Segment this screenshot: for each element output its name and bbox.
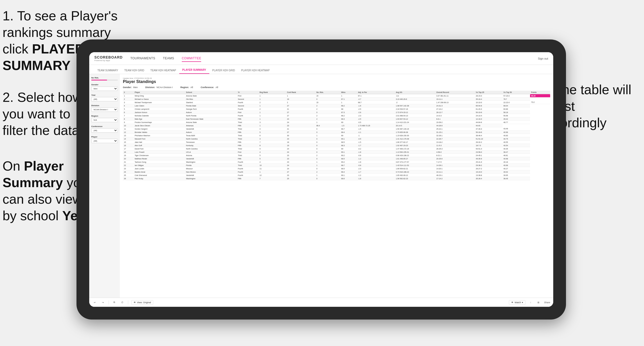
col-top50: Vs Top 50 bbox=[503, 91, 530, 94]
region-label: Region bbox=[91, 115, 118, 117]
toolbar-sep1 bbox=[109, 300, 109, 305]
table-row: 6Jackson KoivunAuburnFirst127067.3-2.62.… bbox=[123, 111, 550, 114]
main-content: Update time: 27/03/2024 16:56:26 Player … bbox=[120, 74, 553, 298]
col-school: School bbox=[185, 91, 237, 94]
chevron-down-icon: ▾ bbox=[522, 301, 523, 304]
table-row: 7Nicholas GabrieleNorth FloridaFourth127… bbox=[123, 114, 550, 117]
col-no-rds: No. Rds. bbox=[315, 91, 340, 94]
conference-label: Conference bbox=[91, 125, 118, 128]
step2-number: 2. bbox=[3, 90, 17, 105]
sub-nav-team-h2h-grid[interactable]: TEAM H2H GRID bbox=[121, 67, 147, 74]
filter-region: Region: All bbox=[181, 86, 193, 89]
col-adj: Adj. to Par bbox=[357, 91, 395, 94]
redo-btn[interactable]: ↪ bbox=[100, 300, 106, 305]
view-original-btn[interactable]: 👁 View: Original bbox=[131, 300, 153, 305]
conference-select[interactable]: (All) bbox=[91, 128, 118, 133]
sub-nav-player-h2h-grid[interactable]: PLAYER H2H GRID bbox=[209, 67, 238, 74]
year-select[interactable]: (All) bbox=[91, 97, 118, 101]
gender-label: Gender bbox=[91, 84, 118, 86]
sub-nav: TEAM SUMMARY TEAM H2H GRID TEAM H2H HEAT… bbox=[89, 65, 553, 74]
table-row: 2Michael Le SassoOle MissSecond118067.1-… bbox=[123, 98, 550, 101]
sidebar: No Rds. Gender Men Year (All) bbox=[89, 74, 120, 298]
table-row: 5Christo LamprechtGeorgia TechFourth2212… bbox=[123, 107, 550, 111]
main-nav: TOURNAMENTS TEAMS COMMITTEE bbox=[130, 55, 538, 62]
table-row: 1Wenyi DingArizona StateFirst1115167.1-3… bbox=[123, 94, 550, 98]
col-rank: # bbox=[123, 91, 134, 94]
player-section: Player (All) bbox=[91, 136, 118, 143]
table-row: 18Luke PowellUCLAFirst424069.1-1.81.13 5… bbox=[123, 150, 550, 154]
logo-area: SCOREBOARD Powered by dippl bbox=[94, 55, 123, 62]
col-overall: Overall Record bbox=[435, 91, 475, 94]
standings-table: # Player School Yr Reg Rank Conf Rank No… bbox=[123, 91, 550, 180]
table-row: 20Matthew RiedelVanderbiltFifth523068.5-… bbox=[123, 157, 550, 160]
table-row: 11Gordon SargentVanderbiltThird421068.7-… bbox=[123, 127, 550, 131]
sub-nav-team-h2h-heatmap[interactable]: TEAM H2H HEATMAP bbox=[147, 67, 179, 74]
view-icon: 👁 bbox=[134, 301, 136, 304]
nav-teams[interactable]: TEAMS bbox=[163, 55, 174, 62]
filter-gender: Gender: Men bbox=[123, 86, 138, 89]
table-row: 22Ian GilliganFloridaThird1024168.7-0.81… bbox=[123, 164, 550, 167]
content-area: No Rds. Gender Men Year (All) bbox=[89, 74, 553, 298]
player-select[interactable]: (All) bbox=[91, 139, 118, 143]
col-points: Points bbox=[530, 91, 550, 94]
table-row: 8Mats EgeEast Tennessee StateFifth124268… bbox=[123, 117, 550, 121]
table-row: 4Luke ClatonFlorida StateSecond127268.2-… bbox=[123, 104, 550, 107]
filter-conference: Conference: All bbox=[201, 86, 218, 89]
toolbar-sep2 bbox=[128, 300, 128, 305]
table-row: 10Jacob Skov-OlesenArkansasFifth12366.4-… bbox=[123, 124, 550, 127]
app-header: SCOREBOARD Powered by dippl TOURNAMENTS … bbox=[89, 52, 553, 65]
nav-tournaments[interactable]: TOURNAMENTS bbox=[130, 55, 155, 62]
watch-icon: 👁 bbox=[511, 301, 513, 304]
table-row: 24Bastien AmatNew MexicoFourth127268.4-1… bbox=[123, 170, 550, 174]
col-yr: Yr bbox=[237, 91, 259, 94]
table-row: 9Preston SummerhaysArizona StateThird324… bbox=[123, 121, 550, 124]
gender-select[interactable]: Men bbox=[91, 87, 118, 91]
logo-text: SCOREBOARD bbox=[94, 55, 123, 59]
table-row: 15Jake HallTennesseeFifth718068.5-1.51.6… bbox=[123, 141, 550, 144]
conference-section: Conference (All) bbox=[91, 125, 118, 133]
gender-section: Gender Men bbox=[91, 84, 118, 91]
table-row: 3Michael ThorbjornsenStanfordFourth22151… bbox=[123, 101, 550, 104]
division-label: Division bbox=[91, 104, 118, 107]
table-row: 13Phichaksn MaichonTexas A&MThird630169-… bbox=[123, 134, 550, 137]
col-wins: Wins bbox=[340, 91, 357, 94]
header-sign-out[interactable]: Sign out bbox=[538, 57, 548, 60]
table-row: 21Taehoon SongWashingtonFourth423169.2-1… bbox=[123, 160, 550, 164]
tablet-screen: SCOREBOARD Powered by dippl TOURNAMENTS … bbox=[89, 52, 553, 307]
col-avg-sg: Avg SG bbox=[395, 91, 435, 94]
update-time: Update time: 27/03/2024 16:56:26 bbox=[123, 77, 156, 79]
region-select[interactable]: N/A bbox=[91, 118, 118, 122]
sub-nav-team-summary[interactable]: TEAM SUMMARY bbox=[94, 67, 121, 74]
table-row: 14Maxwell FordNorth CarolinaThird323069.… bbox=[123, 137, 550, 141]
watch-btn[interactable]: 👁 Watch ▾ bbox=[509, 300, 525, 305]
timer-btn[interactable]: ⏱ bbox=[120, 300, 125, 305]
no-rds-label: No Rds. bbox=[91, 77, 118, 79]
table-row: 23Jack LundinMissouriFourth1124068.5-2.3… bbox=[123, 167, 550, 170]
table-row: 16Alex GoffKentuckyFifth819068.3-1.71.92… bbox=[123, 144, 550, 147]
copy-btn[interactable]: ⧉ bbox=[112, 300, 117, 305]
undo-btn[interactable]: ↩ bbox=[92, 300, 97, 305]
page-header: Update time: 27/03/2024 16:56:26 Player … bbox=[123, 77, 550, 84]
sub-nav-player-h2h-heatmap[interactable]: PLAYER H2H HEATMAP bbox=[238, 67, 273, 74]
sub-nav-player-summary[interactable]: PLAYER SUMMARY bbox=[179, 66, 209, 74]
tablet-device: SCOREBOARD Powered by dippl TOURNAMENTS … bbox=[76, 39, 566, 320]
player-label: Player bbox=[91, 136, 118, 138]
nav-committee[interactable]: COMMITTEE bbox=[182, 55, 201, 62]
table-row: 19Tiger ChristensenArizonaThird523269.2-… bbox=[123, 154, 550, 157]
table-row: 12Brendan ValdesAuburnFifth527068.4-1.11… bbox=[123, 131, 550, 134]
region-section: Region N/A bbox=[91, 115, 118, 122]
filters-row: Gender: Men Division: NCAA Division I Re… bbox=[123, 86, 550, 89]
year-section: Year (All) bbox=[91, 94, 118, 101]
export-btn[interactable]: ↑ bbox=[529, 300, 533, 305]
no-rds-slider[interactable] bbox=[91, 80, 118, 80]
no-rds-section: No Rds. bbox=[91, 77, 118, 80]
grid-btn[interactable]: ⊞ bbox=[536, 300, 541, 305]
logo-sub: Powered by dippl bbox=[94, 59, 123, 62]
table-row: 25Cole SherwoodVanderbiltFourth1223169.1… bbox=[123, 174, 550, 177]
col-top25: Vs Top 25 bbox=[475, 91, 502, 94]
bottom-toolbar: ↩ ↪ ⧉ ⏱ 👁 View: Original 👁 Watch ▾ ↑ ⊞ S… bbox=[89, 298, 553, 307]
page-title: Player Standings bbox=[123, 79, 156, 84]
share-btn[interactable]: Share bbox=[544, 301, 550, 304]
filter-division: Division: NCAA Division I bbox=[145, 86, 173, 89]
division-select[interactable]: NCAA Division I bbox=[91, 107, 118, 112]
